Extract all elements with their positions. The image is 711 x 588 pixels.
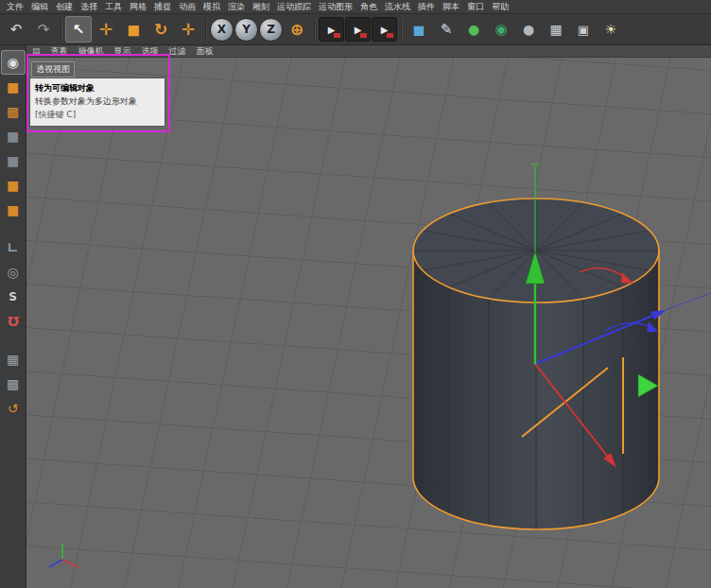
add-spline-pen-button[interactable]: ✎ xyxy=(433,16,460,43)
viewport-solo-button[interactable]: ◎ xyxy=(2,261,25,284)
lock-y-axis-button[interactable]: Y xyxy=(234,18,258,42)
viewport-menu-bar: ▤ 查看 摄像机 显示 选项 过滤 面板 xyxy=(26,45,711,58)
menu-select[interactable]: 选择 xyxy=(77,0,101,14)
menu-pipeline[interactable]: 流水线 xyxy=(381,0,414,14)
toolbar-separator xyxy=(58,16,64,43)
menu-help[interactable]: 帮助 xyxy=(488,0,512,14)
axis-indicator xyxy=(45,539,87,571)
scale-tool[interactable]: ◼ xyxy=(120,16,147,43)
menu-mograph[interactable]: 运动图形 xyxy=(315,0,356,14)
magnet-tool-button[interactable]: Ω xyxy=(2,310,25,333)
vp-menu-display[interactable]: 显示 xyxy=(114,45,131,58)
tooltip: 转为可编辑对象 转换参数对象为多边形对象 [快捷键 C] xyxy=(29,78,165,127)
lock-x-axis-button[interactable]: X xyxy=(210,18,234,42)
uv-mode-button[interactable]: ■ xyxy=(2,199,25,221)
toolbar-separator xyxy=(311,16,318,43)
add-deformer-button[interactable]: ● xyxy=(515,16,542,43)
menu-simulate[interactable]: 模拟 xyxy=(199,0,224,14)
texture-axis-mode-button[interactable]: ▩ xyxy=(2,100,25,123)
workplane-button[interactable]: ∟ xyxy=(2,236,25,259)
lock-z-axis-button[interactable]: Z xyxy=(259,18,283,42)
point-mode-button[interactable]: ■ xyxy=(2,125,25,147)
add-generator-button[interactable]: ● xyxy=(460,16,487,43)
polygon-mode-button[interactable]: ■ xyxy=(2,174,25,197)
coordinate-system-toggle[interactable]: ⊕ xyxy=(284,16,310,43)
main-toolbar: ↶ ↷ ↖ ✛ ◼ ↻ xyxy=(0,14,711,45)
render-settings-button[interactable]: ▶ xyxy=(372,17,397,42)
menu-file[interactable]: 文件 xyxy=(3,0,27,14)
vp-menu-options[interactable]: 选项 xyxy=(142,45,159,58)
add-environment-button[interactable]: ▦ xyxy=(543,16,569,43)
texture-paint-button[interactable]: ▦ xyxy=(2,348,25,371)
application-window: 文件 编辑 创建 选择 工具 网格 捕捉 动画 模拟 渲染 雕刻 运动跟踪 运动… xyxy=(0,0,711,588)
viewport-grid-icon: ▤ xyxy=(32,46,41,56)
tooltip-description: 转换参数对象为多边形对象 xyxy=(35,95,160,109)
move-tool[interactable]: ✛ xyxy=(93,16,119,43)
menu-motion-tracker[interactable]: 运动跟踪 xyxy=(273,0,315,14)
vp-menu-cameras[interactable]: 摄像机 xyxy=(78,45,104,58)
toolbar-separator xyxy=(398,16,405,43)
menu-animate[interactable]: 动画 xyxy=(175,0,199,14)
tooltip-title: 转为可编辑对象 xyxy=(35,82,160,95)
main-menu-bar: 文件 编辑 创建 选择 工具 网格 捕捉 动画 模拟 渲染 雕刻 运动跟踪 运动… xyxy=(0,0,711,14)
vp-menu-filter[interactable]: 过滤 xyxy=(169,45,186,58)
menu-tools[interactable]: 工具 xyxy=(101,0,126,14)
menu-window[interactable]: 窗口 xyxy=(463,0,488,14)
viewport-title-label: 透视视图 xyxy=(31,61,75,78)
menu-render[interactable]: 渲染 xyxy=(224,0,249,14)
last-used-tool[interactable]: ✛ xyxy=(175,16,201,43)
add-primitive-cube-button[interactable]: ◼ xyxy=(406,16,432,43)
viewport-canvas[interactable] xyxy=(26,45,711,588)
menu-sculpt[interactable]: 雕刻 xyxy=(249,0,273,14)
render-view-button[interactable]: ▶ xyxy=(319,17,344,42)
snap-button[interactable]: S xyxy=(2,285,25,308)
vp-menu-view[interactable]: 查看 xyxy=(51,45,68,58)
menu-script[interactable]: 脚本 xyxy=(439,0,463,14)
vp-menu-panel[interactable]: 面板 xyxy=(197,45,214,58)
menu-plugins[interactable]: 插件 xyxy=(414,0,439,14)
menu-edit[interactable]: 编辑 xyxy=(27,0,52,14)
axis-modification-button[interactable]: ↺ xyxy=(2,397,25,420)
menu-character[interactable]: 角色 xyxy=(356,0,381,14)
add-mograph-object-button[interactable]: ◉ xyxy=(488,16,514,43)
redo-button[interactable]: ↷ xyxy=(30,16,57,43)
menu-mesh[interactable]: 网格 xyxy=(126,0,150,14)
model-mode-button[interactable]: ■ xyxy=(2,76,25,98)
add-light-button[interactable]: ☀ xyxy=(598,16,624,43)
render-to-picture-viewer-button[interactable]: ▶ xyxy=(345,17,371,42)
menu-snap[interactable]: 捕捉 xyxy=(150,0,175,14)
add-camera-button[interactable]: ▣ xyxy=(570,16,597,43)
live-selection-tool[interactable]: ↖ xyxy=(65,16,92,43)
tooltip-shortcut: [快捷键 C] xyxy=(35,109,160,122)
make-editable-button[interactable]: ◉ xyxy=(2,51,25,74)
mode-toolbar: ◉ ■ ▩ ■ ■ ■ xyxy=(0,45,26,588)
perspective-viewport[interactable]: ▤ 查看 摄像机 显示 选项 过滤 面板 xyxy=(26,45,711,588)
undo-button[interactable]: ↶ xyxy=(3,16,29,43)
edge-mode-button[interactable]: ■ xyxy=(2,149,25,172)
menu-create[interactable]: 创建 xyxy=(52,0,77,14)
rotate-tool[interactable]: ↻ xyxy=(147,16,174,43)
toolbar-separator xyxy=(202,16,209,43)
layer-lock-button[interactable]: ▩ xyxy=(2,372,25,395)
